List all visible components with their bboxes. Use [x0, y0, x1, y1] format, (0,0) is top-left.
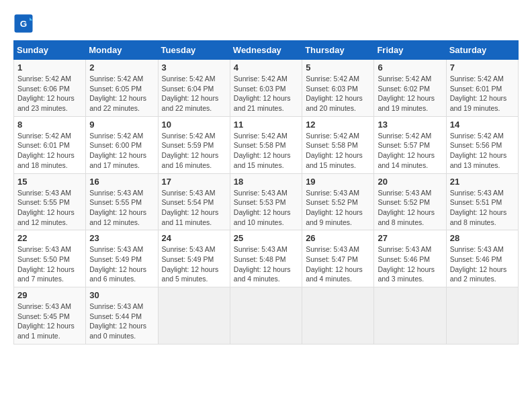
day-detail: Sunrise: 5:43 AM Sunset: 5:44 PM Dayligh… — [89, 302, 154, 341]
page-header: G — [13, 13, 519, 34]
calendar-cell: 27Sunrise: 5:43 AM Sunset: 5:46 PM Dayli… — [374, 230, 446, 287]
day-detail: Sunrise: 5:43 AM Sunset: 5:55 PM Dayligh… — [89, 188, 154, 228]
col-header-thursday: Thursday — [302, 41, 374, 60]
day-number: 25 — [234, 233, 298, 243]
day-detail: Sunrise: 5:42 AM Sunset: 6:01 PM Dayligh… — [450, 74, 515, 113]
day-number: 11 — [234, 120, 298, 130]
day-detail: Sunrise: 5:42 AM Sunset: 6:04 PM Dayligh… — [162, 74, 226, 113]
calendar-cell: 24Sunrise: 5:43 AM Sunset: 5:49 PM Dayli… — [158, 230, 230, 287]
day-number: 3 — [162, 62, 226, 73]
day-detail: Sunrise: 5:43 AM Sunset: 5:55 PM Dayligh… — [17, 188, 82, 228]
week-row-3: 15Sunrise: 5:43 AM Sunset: 5:55 PM Dayli… — [14, 173, 519, 230]
day-detail: Sunrise: 5:42 AM Sunset: 5:58 PM Dayligh… — [306, 131, 370, 171]
day-detail: Sunrise: 5:42 AM Sunset: 6:02 PM Dayligh… — [378, 74, 442, 113]
calendar-cell: 11Sunrise: 5:42 AM Sunset: 5:58 PM Dayli… — [230, 116, 302, 173]
day-number: 5 — [306, 62, 370, 73]
calendar-cell: 20Sunrise: 5:43 AM Sunset: 5:52 PM Dayli… — [374, 173, 446, 230]
day-number: 20 — [378, 177, 442, 187]
day-number: 23 — [89, 233, 154, 243]
day-detail: Sunrise: 5:42 AM Sunset: 6:01 PM Dayligh… — [17, 131, 82, 171]
calendar-cell: 2Sunrise: 5:42 AM Sunset: 6:05 PM Daylig… — [86, 60, 158, 117]
day-number: 19 — [306, 177, 370, 187]
header-row: SundayMondayTuesdayWednesdayThursdayFrid… — [14, 41, 519, 60]
week-row-4: 22Sunrise: 5:43 AM Sunset: 5:50 PM Dayli… — [14, 230, 519, 287]
calendar-table: SundayMondayTuesdayWednesdayThursdayFrid… — [13, 40, 519, 345]
calendar-cell: 10Sunrise: 5:42 AM Sunset: 5:59 PM Dayli… — [158, 116, 230, 173]
week-row-2: 8Sunrise: 5:42 AM Sunset: 6:01 PM Daylig… — [14, 116, 519, 173]
calendar-cell: 12Sunrise: 5:42 AM Sunset: 5:58 PM Dayli… — [302, 116, 374, 173]
calendar-cell: 5Sunrise: 5:42 AM Sunset: 6:03 PM Daylig… — [302, 60, 374, 117]
day-detail: Sunrise: 5:42 AM Sunset: 6:03 PM Dayligh… — [306, 74, 370, 113]
day-number: 9 — [89, 120, 154, 130]
day-number: 4 — [234, 62, 298, 73]
col-header-friday: Friday — [374, 41, 446, 60]
day-number: 26 — [306, 233, 370, 243]
calendar-cell: 4Sunrise: 5:42 AM Sunset: 6:03 PM Daylig… — [230, 60, 302, 117]
logo: G — [13, 13, 36, 34]
day-detail: Sunrise: 5:43 AM Sunset: 5:48 PM Dayligh… — [234, 244, 298, 284]
day-detail: Sunrise: 5:42 AM Sunset: 5:58 PM Dayligh… — [234, 131, 298, 171]
col-header-tuesday: Tuesday — [158, 41, 230, 60]
day-number: 7 — [450, 62, 515, 73]
col-header-sunday: Sunday — [14, 41, 86, 60]
calendar-cell: 30Sunrise: 5:43 AM Sunset: 5:44 PM Dayli… — [86, 287, 158, 345]
calendar-cell: 19Sunrise: 5:43 AM Sunset: 5:52 PM Dayli… — [302, 173, 374, 230]
day-detail: Sunrise: 5:43 AM Sunset: 5:52 PM Dayligh… — [306, 188, 370, 228]
day-number: 29 — [17, 290, 82, 300]
day-detail: Sunrise: 5:43 AM Sunset: 5:54 PM Dayligh… — [162, 188, 226, 228]
day-detail: Sunrise: 5:42 AM Sunset: 5:56 PM Dayligh… — [450, 131, 515, 171]
day-number: 13 — [378, 120, 442, 130]
calendar-cell: 26Sunrise: 5:43 AM Sunset: 5:47 PM Dayli… — [302, 230, 374, 287]
day-number: 14 — [450, 120, 515, 130]
day-number: 24 — [162, 233, 226, 243]
calendar-cell — [374, 287, 446, 345]
day-number: 10 — [162, 120, 226, 130]
calendar-cell: 1Sunrise: 5:42 AM Sunset: 6:06 PM Daylig… — [14, 60, 86, 117]
day-number: 12 — [306, 120, 370, 130]
day-number: 30 — [89, 290, 154, 300]
calendar-cell: 9Sunrise: 5:42 AM Sunset: 6:00 PM Daylig… — [86, 116, 158, 173]
day-number: 27 — [378, 233, 442, 243]
day-number: 1 — [17, 62, 82, 73]
calendar-cell: 6Sunrise: 5:42 AM Sunset: 6:02 PM Daylig… — [374, 60, 446, 117]
col-header-wednesday: Wednesday — [230, 41, 302, 60]
day-number: 28 — [450, 233, 515, 243]
calendar-cell: 15Sunrise: 5:43 AM Sunset: 5:55 PM Dayli… — [14, 173, 86, 230]
day-detail: Sunrise: 5:42 AM Sunset: 5:57 PM Dayligh… — [378, 131, 442, 171]
calendar-cell: 18Sunrise: 5:43 AM Sunset: 5:53 PM Dayli… — [230, 173, 302, 230]
day-number: 6 — [378, 62, 442, 73]
day-detail: Sunrise: 5:43 AM Sunset: 5:46 PM Dayligh… — [378, 244, 442, 284]
calendar-cell: 23Sunrise: 5:43 AM Sunset: 5:49 PM Dayli… — [86, 230, 158, 287]
calendar-cell: 8Sunrise: 5:42 AM Sunset: 6:01 PM Daylig… — [14, 116, 86, 173]
day-detail: Sunrise: 5:42 AM Sunset: 5:59 PM Dayligh… — [162, 131, 226, 171]
calendar-cell: 29Sunrise: 5:43 AM Sunset: 5:45 PM Dayli… — [14, 287, 86, 345]
svg-text:G: G — [20, 19, 28, 29]
day-detail: Sunrise: 5:43 AM Sunset: 5:47 PM Dayligh… — [306, 244, 370, 284]
day-detail: Sunrise: 5:43 AM Sunset: 5:46 PM Dayligh… — [450, 244, 515, 284]
calendar-cell: 25Sunrise: 5:43 AM Sunset: 5:48 PM Dayli… — [230, 230, 302, 287]
day-detail: Sunrise: 5:42 AM Sunset: 6:06 PM Dayligh… — [17, 74, 82, 113]
day-detail: Sunrise: 5:43 AM Sunset: 5:49 PM Dayligh… — [89, 244, 154, 284]
week-row-5: 29Sunrise: 5:43 AM Sunset: 5:45 PM Dayli… — [14, 287, 519, 345]
day-detail: Sunrise: 5:43 AM Sunset: 5:50 PM Dayligh… — [17, 244, 82, 284]
day-detail: Sunrise: 5:43 AM Sunset: 5:53 PM Dayligh… — [234, 188, 298, 228]
day-detail: Sunrise: 5:43 AM Sunset: 5:52 PM Dayligh… — [378, 188, 442, 228]
calendar-cell: 3Sunrise: 5:42 AM Sunset: 6:04 PM Daylig… — [158, 60, 230, 117]
day-detail: Sunrise: 5:42 AM Sunset: 6:03 PM Dayligh… — [234, 74, 298, 113]
calendar-cell — [446, 287, 518, 345]
day-number: 2 — [89, 62, 154, 73]
calendar-cell — [302, 287, 374, 345]
calendar-cell: 7Sunrise: 5:42 AM Sunset: 6:01 PM Daylig… — [446, 60, 518, 117]
col-header-saturday: Saturday — [446, 41, 518, 60]
day-number: 17 — [162, 177, 226, 187]
col-header-monday: Monday — [86, 41, 158, 60]
calendar-cell: 16Sunrise: 5:43 AM Sunset: 5:55 PM Dayli… — [86, 173, 158, 230]
day-detail: Sunrise: 5:42 AM Sunset: 6:05 PM Dayligh… — [89, 74, 154, 113]
calendar-cell: 17Sunrise: 5:43 AM Sunset: 5:54 PM Dayli… — [158, 173, 230, 230]
calendar-cell: 28Sunrise: 5:43 AM Sunset: 5:46 PM Dayli… — [446, 230, 518, 287]
calendar-cell: 13Sunrise: 5:42 AM Sunset: 5:57 PM Dayli… — [374, 116, 446, 173]
day-detail: Sunrise: 5:42 AM Sunset: 6:00 PM Dayligh… — [89, 131, 154, 171]
calendar-cell — [158, 287, 230, 345]
logo-icon: G — [13, 13, 34, 34]
day-number: 15 — [17, 177, 82, 187]
